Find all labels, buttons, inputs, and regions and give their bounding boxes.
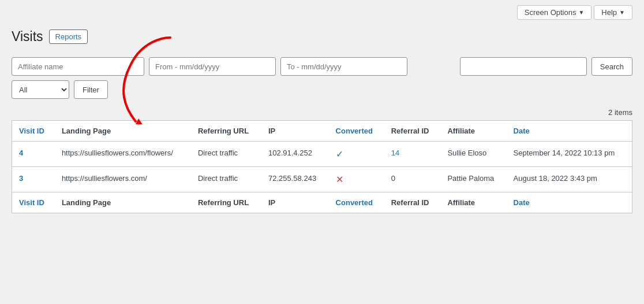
filter-row-2: All Converted Not Converted Filter — [12, 80, 632, 99]
cell-converted: ✕ — [329, 167, 384, 192]
col-landing-page: Landing Page — [55, 121, 191, 142]
col-date[interactable]: Date — [507, 121, 632, 142]
cell-affiliate: Sullie Eloso — [440, 142, 506, 167]
help-label: Help — [601, 8, 617, 17]
status-select[interactable]: All Converted Not Converted — [12, 80, 69, 99]
visits-table: Visit ID Landing Page Referring URL IP C… — [12, 120, 632, 213]
cell-ip: 102.91.4.252 — [261, 142, 329, 167]
col-ip: IP — [261, 121, 329, 142]
cell-converted: ✓ — [329, 142, 384, 167]
screen-options-button[interactable]: Screen Options ▼ — [517, 5, 592, 20]
help-button[interactable]: Help ▼ — [594, 5, 632, 20]
cell-ip: 72.255.58.243 — [261, 167, 329, 192]
cell-date: September 14, 2022 10:13 pm — [507, 142, 632, 167]
col-visit-id[interactable]: Visit ID — [12, 121, 55, 142]
table-row: 4https://sulliesflowers.com/flowers/Dire… — [12, 142, 632, 167]
cell-landing-page: https://sulliesflowers.com/flowers/ — [55, 142, 191, 167]
col-referral-id: Referral ID — [384, 121, 441, 142]
col-affiliate: Affiliate — [440, 121, 506, 142]
col-referring-url: Referring URL — [191, 121, 261, 142]
search-button[interactable]: Search — [591, 57, 632, 76]
filter-button[interactable]: Filter — [74, 80, 108, 99]
cell-landing-page: https://sulliesflowers.com/ — [55, 167, 191, 192]
footer-col-date[interactable]: Date — [507, 192, 632, 213]
reports-button[interactable]: Reports — [49, 29, 88, 44]
cell-referral-id[interactable]: 14 — [384, 142, 441, 167]
help-arrow-icon: ▼ — [619, 9, 625, 16]
items-count: 2 items — [0, 105, 644, 120]
cell-referring-url: Direct traffic — [191, 167, 261, 192]
search-area: Search — [460, 57, 632, 76]
cell-visit-id[interactable]: 4 — [12, 142, 55, 167]
page-header: Visits Reports — [0, 24, 644, 51]
table-row: 3https://sulliesflowers.com/Direct traff… — [12, 167, 632, 192]
cell-referring-url: Direct traffic — [191, 142, 261, 167]
footer-col-visit-id[interactable]: Visit ID — [12, 192, 55, 213]
footer-col-referral-id: Referral ID — [384, 192, 441, 213]
screen-options-label: Screen Options — [525, 8, 576, 17]
table-footer-row: Visit ID Landing Page Referring URL IP C… — [12, 192, 632, 213]
table-header-row: Visit ID Landing Page Referring URL IP C… — [12, 121, 632, 142]
footer-col-ip: IP — [261, 192, 329, 213]
page-title: Visits — [12, 29, 43, 45]
cell-affiliate: Pattie Paloma — [440, 167, 506, 192]
cell-date: August 18, 2022 3:43 pm — [507, 167, 632, 192]
footer-col-converted[interactable]: Converted — [329, 192, 384, 213]
col-converted[interactable]: Converted — [329, 121, 384, 142]
filter-row-1: Search — [12, 57, 632, 76]
from-date-input[interactable] — [149, 57, 276, 76]
filter-bar: Search All Converted Not Converted Filte… — [0, 51, 644, 105]
to-date-input[interactable] — [280, 57, 407, 76]
affiliate-name-input[interactable] — [12, 57, 144, 76]
footer-col-affiliate: Affiliate — [440, 192, 506, 213]
footer-col-referring-url: Referring URL — [191, 192, 261, 213]
top-bar: Screen Options ▼ Help ▼ — [0, 0, 644, 24]
cell-referral-id: 0 — [384, 167, 441, 192]
table-wrapper: Visit ID Landing Page Referring URL IP C… — [0, 120, 644, 213]
table-body: 4https://sulliesflowers.com/flowers/Dire… — [12, 142, 632, 192]
items-count-text: 2 items — [608, 108, 632, 117]
footer-col-landing-page: Landing Page — [55, 192, 191, 213]
screen-options-arrow-icon: ▼ — [578, 9, 584, 16]
cell-visit-id[interactable]: 3 — [12, 167, 55, 192]
search-input[interactable] — [460, 57, 587, 76]
